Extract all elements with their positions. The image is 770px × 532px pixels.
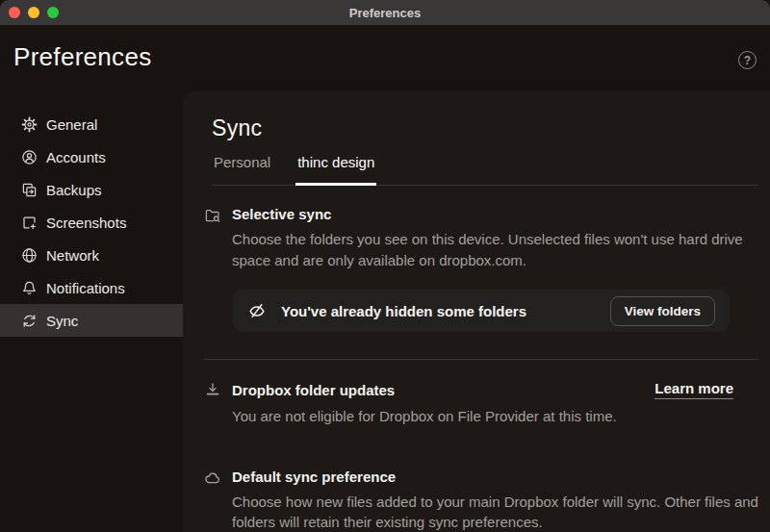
sidebar-item-notifications[interactable]: Notifications	[0, 271, 183, 304]
sidebar-item-backups[interactable]: Backups	[0, 173, 183, 206]
section-title: Dropbox folder updates	[232, 382, 395, 398]
sidebar-item-label: General	[46, 116, 97, 133]
section-description: Choose how new files added to your main …	[232, 492, 758, 532]
folder-search-icon	[204, 207, 221, 224]
window-title: Preferences	[0, 6, 770, 20]
sidebar-item-general[interactable]: General	[0, 108, 183, 140]
section-title: Default sync preference	[232, 469, 396, 485]
default-sync-section: Default sync preference Choose how new f…	[204, 469, 758, 532]
sidebar-item-label: Sync	[46, 313, 78, 329]
person-circle-icon	[21, 149, 38, 165]
view-folders-button[interactable]: View folders	[610, 296, 715, 326]
tab-thinc-design[interactable]: thinc design	[295, 154, 376, 186]
gear-icon	[21, 116, 38, 133]
bell-icon	[21, 280, 38, 296]
hidden-folders-banner: You've already hidden some folders View …	[233, 290, 730, 332]
window-titlebar: Preferences	[0, 0, 770, 25]
selective-sync-section: Selective sync Choose the folders you se…	[204, 206, 758, 270]
sidebar-item-label: Accounts	[46, 149, 106, 165]
folder-updates-section: Dropbox folder updates Learn more You ar…	[204, 380, 758, 427]
sidebar-item-label: Notifications	[46, 280, 125, 296]
section-description: You are not eligible for Dropbox on File…	[232, 406, 758, 427]
download-icon	[204, 381, 221, 398]
section-title: Selective sync	[232, 206, 331, 222]
globe-icon	[21, 247, 38, 264]
screenshot-icon	[21, 215, 38, 231]
sidebar-item-accounts[interactable]: Accounts	[0, 140, 183, 173]
account-tabs: Personal thinc design	[212, 154, 758, 186]
sidebar-item-label: Backups	[46, 182, 102, 198]
help-circle-icon[interactable]: ?	[738, 51, 757, 69]
tab-personal[interactable]: Personal	[212, 154, 272, 186]
sidebar-item-screenshots[interactable]: Screenshots	[0, 206, 183, 239]
cloud-icon	[204, 469, 221, 487]
preferences-sidebar: General Accounts Backups	[0, 108, 183, 337]
panel-title: Sync	[212, 115, 758, 141]
backups-icon	[21, 182, 38, 198]
sidebar-item-network[interactable]: Network	[0, 239, 183, 271]
eye-hidden-icon	[247, 301, 267, 320]
sidebar-item-sync[interactable]: Sync	[0, 304, 183, 337]
page-title: Preferences	[13, 42, 151, 72]
sync-icon	[21, 313, 38, 329]
sidebar-item-label: Network	[46, 247, 99, 264]
learn-more-link[interactable]: Learn more	[654, 380, 733, 399]
sync-settings-panel: Sync Personal thinc design Selective syn…	[183, 91, 770, 532]
section-description: Choose the folders you see on this devic…	[232, 229, 758, 270]
banner-text: You've already hidden some folders	[281, 303, 526, 319]
section-divider	[204, 359, 758, 360]
sidebar-item-label: Screenshots	[46, 215, 126, 231]
